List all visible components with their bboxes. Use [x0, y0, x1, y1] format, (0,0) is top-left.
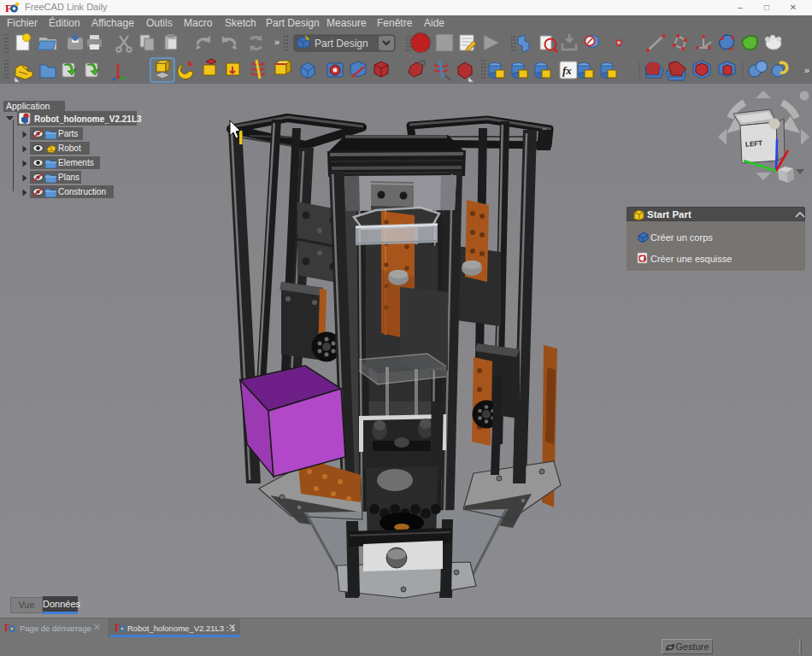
svg-text:LEFT: LEFT [745, 139, 763, 149]
svg-text:Part Design: Part Design [315, 38, 368, 50]
svg-text:»: » [804, 65, 809, 75]
svg-text:fx: fx [562, 64, 572, 77]
svg-text:»: » [274, 37, 279, 47]
